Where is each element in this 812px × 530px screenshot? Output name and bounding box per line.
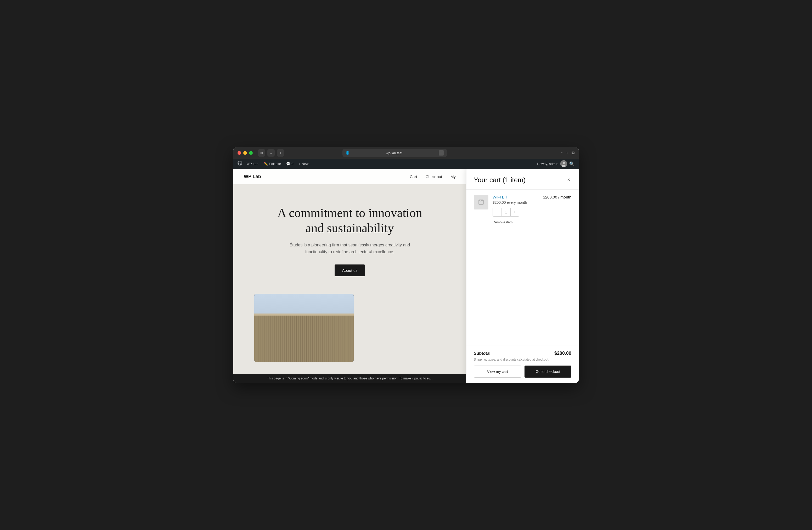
cart-item-recurring-price: $200.00 every month [493,200,539,205]
avatar[interactable] [560,160,567,167]
cart-items-list: WIFI Bill $200.00 every month − 1 + Remo… [466,190,579,345]
url-text: wp-lab.test [352,151,437,155]
quantity-value: 1 [501,208,511,216]
globe-icon: 🌐 [346,151,349,155]
hero-section: A commitment to innovationand sustainabi… [233,184,466,287]
cart-sidebar: Your cart (1 item) × WIFI Bill $200.00 e… [466,169,579,383]
quantity-increase-button[interactable]: + [511,208,519,216]
wordpress-logo-icon[interactable] [237,161,242,167]
quantity-control: − 1 + [493,208,519,217]
nav-checkout-link[interactable]: Checkout [426,175,442,179]
site-nav-links: Cart Checkout My [410,175,456,179]
remove-item-button[interactable]: Remove item [493,220,513,224]
search-icon[interactable]: 🔍 [569,161,575,166]
back-button[interactable]: ‹ [277,149,284,157]
comments-count: 0 [291,162,293,166]
sidebar-toggle-button[interactable]: ⊞ [258,149,265,157]
subtotal-note: Shipping, taxes, and discounts calculate… [474,358,571,361]
wp-lab-label: WP Lab [246,162,259,166]
cart-header: Your cart (1 item) × [466,169,579,190]
new-menu-item[interactable]: + New [296,159,311,169]
cart-close-button[interactable]: × [566,176,571,183]
go-to-checkout-button[interactable]: Go to checkout [524,365,571,378]
subtotal-amount: $200.00 [554,351,571,356]
new-label: New [302,162,308,166]
close-traffic-light[interactable] [237,151,241,155]
nav-cart-link[interactable]: Cart [410,175,417,179]
coming-soon-bar: This page is in "Coming soon" mode and i… [233,374,466,383]
cart-footer: Subtotal $200.00 Shipping, taxes, and di… [466,345,579,383]
content-area: WP Lab Cart Checkout My A commitment to … [233,169,579,383]
cart-item-price: $200.00 / month [543,195,571,199]
title-bar-controls: ⊞ ⌄ ‹ [258,149,284,157]
title-bar-right: ↑ + ⧉ [561,151,575,155]
title-bar: ⊞ ⌄ ‹ 🌐 wp-lab.test ··· ↑ + ⧉ [233,147,579,159]
hero-subtitle: Études is a pioneering firm that seamles… [284,242,415,255]
chevron-down-button[interactable]: ⌄ [267,149,275,157]
new-tab-icon[interactable]: + [566,151,568,155]
cart-actions: View my cart Go to checkout [474,365,571,378]
hero-title: A commitment to innovationand sustainabi… [277,205,422,235]
minimize-traffic-light[interactable] [243,151,247,155]
wp-admin-right: Howdy, admin 🔍 [537,160,575,167]
share-icon[interactable]: ↑ [561,151,563,155]
cart-title: Your cart (1 item) [474,176,525,184]
about-us-button[interactable]: About us [335,264,365,276]
nav-myaccount-link[interactable]: My [450,175,456,179]
quantity-decrease-button[interactable]: − [493,208,501,216]
coming-soon-text: This page is in "Coming soon" mode and i… [267,377,432,380]
comments-menu-item[interactable]: 💬 0 [284,159,295,169]
cart-item-right: $200.00 / month [543,195,571,199]
address-bar[interactable]: 🌐 wp-lab.test ··· [343,149,447,157]
howdy-text: Howdy, admin [537,162,558,166]
svg-rect-56 [254,313,354,316]
cart-item-name[interactable]: WIFI Bill [493,195,539,199]
edit-site-label: Edit site [269,162,281,166]
edit-site-menu-item[interactable]: ✏️ Edit site [262,159,283,169]
cart-item-details: WIFI Bill $200.00 every month − 1 + Remo… [493,195,539,224]
site-nav: WP Lab Cart Checkout My [233,169,466,184]
cart-item: WIFI Bill $200.00 every month − 1 + Remo… [474,195,571,224]
site-logo: WP Lab [244,174,261,179]
subtotal-row: Subtotal $200.00 [474,351,571,356]
plus-icon: + [299,162,301,166]
subtotal-label: Subtotal [474,351,491,356]
browser-window: ⊞ ⌄ ‹ 🌐 wp-lab.test ··· ↑ + ⧉ WP Lab ✏️ … [233,147,579,383]
svg-rect-6 [254,314,354,362]
hero-image [254,294,354,362]
edit-icon: ✏️ [264,162,268,166]
maximize-traffic-light[interactable] [249,151,253,155]
website-preview: WP Lab Cart Checkout My A commitment to … [233,169,466,383]
traffic-lights [237,151,253,155]
tabs-icon[interactable]: ⧉ [571,151,575,155]
view-cart-button[interactable]: View my cart [474,365,521,378]
svg-point-2 [563,162,565,164]
comment-icon: 💬 [286,162,290,166]
more-options-icon[interactable]: ··· [439,150,444,155]
wp-lab-menu-item[interactable]: WP Lab [244,159,261,169]
cart-item-image [474,195,489,209]
wp-admin-bar: WP Lab ✏️ Edit site 💬 0 + New Howdy, adm… [233,159,579,169]
